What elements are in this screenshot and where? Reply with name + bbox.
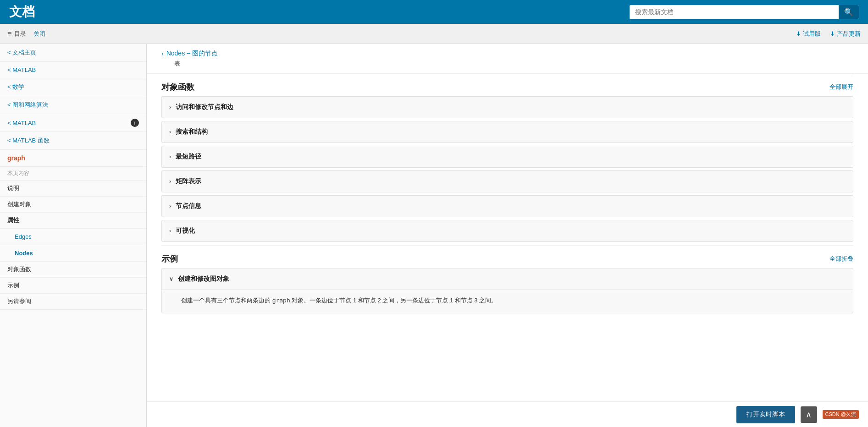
collapsible-search-structure: › 搜索和结构 [161,121,853,143]
sub-header: ≡ 目录 关闭 ⬇ 试用版 ⬇ 产品更新 [0,24,868,44]
example-create-modify-body: 创建一个具有三个节点和两条边的 graph 对象。一条边位于节点 1 和节点 2… [162,290,853,313]
search-bar: 🔍 [630,5,859,19]
close-toc-button[interactable]: 关闭 [33,30,45,38]
nodes-link-text: Nodes − 图的节点 [166,49,218,58]
shortest-path-label: 最短路径 [176,153,201,161]
sidebar-item-graph-algo[interactable]: < 图和网络算法 [0,96,146,114]
csdn-badge: CSDN @久流 [823,410,859,419]
site-logo: 文档 [9,3,35,21]
matrix-repr-label: 矩阵表示 [176,177,201,186]
sidebar-item-description[interactable]: 说明 [0,181,146,197]
scroll-to-top-button[interactable]: ∧ [801,406,817,423]
sidebar-item-object-funcs[interactable]: 对象函数 [0,262,146,278]
trial-label: 试用版 [803,30,821,38]
search-structure-label: 搜索和结构 [176,128,208,136]
chevron-right-icon: › [161,50,164,57]
example-body-text: 创建一个具有三个节点和两条边的 graph 对象。一条边位于节点 1 和节点 2… [181,297,497,304]
sidebar-item-matlab2[interactable]: < MATLAB i [0,114,146,132]
chevron-right-icon: › [169,228,171,234]
sidebar-item-nodes[interactable]: Nodes [0,245,146,262]
chevron-right-icon: › [169,203,171,209]
download-update-icon: ⬇ [830,30,835,37]
examples-title: 示例 [161,253,178,264]
visualization-label: 可视化 [176,227,195,235]
collapsible-shortest-path: › 最短路径 [161,146,853,168]
sidebar-item-edges[interactable]: Edges [0,229,146,245]
collapsible-search-structure-header[interactable]: › 搜索和结构 [162,121,853,142]
collapsible-access-modify: › 访问和修改节点和边 [161,96,853,118]
open-live-script-button[interactable]: 打开实时脚本 [736,406,795,423]
collapsible-node-info-header[interactable]: › 节点信息 [162,196,853,217]
sidebar-item-math[interactable]: < 数学 [0,78,146,96]
sidebar-item-matlab-funcs[interactable]: < MATLAB 函数 [0,132,146,150]
search-button[interactable]: 🔍 [839,5,859,19]
collapsible-matrix-repr: › 矩阵表示 [161,170,853,192]
update-link[interactable]: ⬇ 产品更新 [830,30,861,38]
collapsible-matrix-repr-header[interactable]: › 矩阵表示 [162,171,853,192]
chevron-right-icon: › [169,104,171,110]
sidebar: < 文档主页 < MATLAB < 数学 < 图和网络算法 < MATLAB i… [0,44,147,427]
object-functions-title: 对象函数 [161,82,194,93]
content-area: › Nodes − 图的节点 表 对象函数 全部展开 › 访问和修改节点和边 › [147,44,868,427]
chevron-right-icon: › [169,153,171,160]
chevron-right-icon: › [169,178,171,185]
collapsible-visualization-header[interactable]: › 可视化 [162,220,853,241]
collapse-all-button[interactable]: 全部折叠 [829,255,853,263]
node-info-label: 节点信息 [176,202,201,210]
expand-all-button[interactable]: 全部展开 [829,83,853,91]
toc-label: 目录 [14,30,26,38]
sidebar-item-properties[interactable]: 属性 [0,213,146,229]
chevron-down-icon: ∨ [169,276,173,282]
bottom-bar: 打开实时脚本 ∧ CSDN @久流 [147,401,868,427]
sidebar-page-content-label: 本页内容 [0,167,146,181]
search-input[interactable] [630,5,839,18]
sidebar-item-create-object[interactable]: 创建对象 [0,197,146,213]
example-create-modify-label: 创建和修改图对象 [178,275,229,283]
hamburger-icon: ≡ [7,30,11,38]
right-actions: ⬇ 试用版 ⬇ 产品更新 [796,30,861,38]
main-layout: < 文档主页 < MATLAB < 数学 < 图和网络算法 < MATLAB i… [0,44,868,427]
matlab2-label: < MATLAB [7,120,36,126]
info-icon: i [131,119,139,127]
update-label: 产品更新 [837,30,861,38]
collapsible-node-info: › 节点信息 [161,195,853,217]
code-graph: graph [272,297,290,304]
collapsible-shortest-path-header[interactable]: › 最短路径 [162,146,853,167]
sidebar-item-matlab[interactable]: < MATLAB [0,62,146,78]
collapsible-access-modify-header[interactable]: › 访问和修改节点和边 [162,97,853,118]
examples-section-header: 示例 全部折叠 [161,246,853,268]
sidebar-item-examples[interactable]: 示例 [0,278,146,294]
sidebar-item-home[interactable]: < 文档主页 [0,44,146,62]
nodes-link[interactable]: › Nodes − 图的节点 [161,49,853,58]
chevron-right-icon: › [169,129,171,135]
nodes-partial-row: › Nodes − 图的节点 表 [147,44,868,74]
download-trial-icon: ⬇ [796,30,801,37]
access-modify-label: 访问和修改节点和边 [176,103,233,111]
sidebar-item-graph[interactable]: graph [0,150,146,167]
example-create-modify-header[interactable]: ∨ 创建和修改图对象 [162,268,853,290]
trial-link[interactable]: ⬇ 试用版 [796,30,821,38]
sidebar-item-see-also[interactable]: 另请参阅 [0,294,146,310]
example-create-modify: ∨ 创建和修改图对象 创建一个具有三个节点和两条边的 graph 对象。一条边位… [161,268,853,313]
content-inner: 对象函数 全部展开 › 访问和修改节点和边 › 搜索和结构 › 最短路径 [147,74,868,332]
collapsible-visualization: › 可视化 [161,220,853,242]
object-functions-header: 对象函数 全部展开 [161,74,853,96]
top-header: 文档 🔍 [0,0,868,24]
toc-toggle[interactable]: ≡ 目录 [7,30,26,38]
nodes-sub-text: 表 [161,60,853,68]
